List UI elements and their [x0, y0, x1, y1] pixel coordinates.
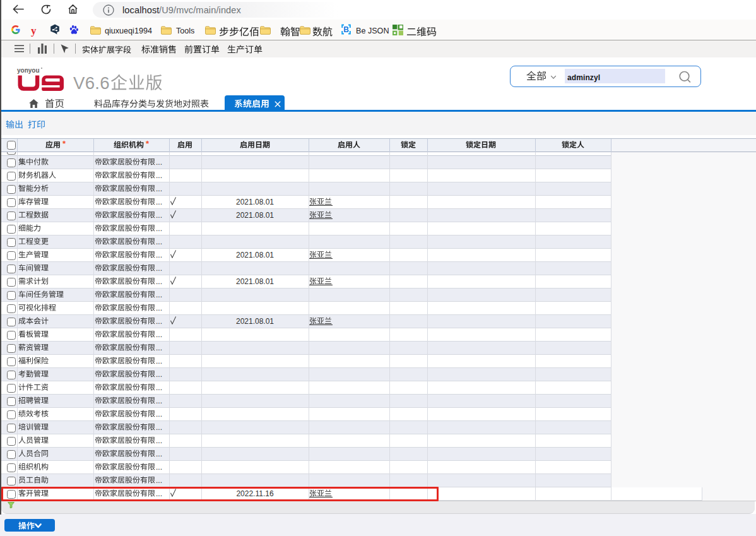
svg-text:...: ... — [156, 317, 162, 326]
svg-text:2021.08.01: 2021.08.01 — [236, 211, 274, 220]
svg-text:Tools: Tools — [176, 27, 194, 35]
svg-text:yonyou: yonyou — [17, 67, 40, 74]
svg-text:2021.08.01: 2021.08.01 — [236, 251, 274, 259]
svg-text:...: ... — [156, 396, 162, 405]
svg-text:Be JSON: Be JSON — [356, 27, 389, 35]
svg-text:...: ... — [156, 237, 162, 246]
svg-text:B: B — [343, 25, 349, 34]
svg-text:2021.08.01: 2021.08.01 — [236, 277, 274, 286]
svg-text:V6.6: V6.6 — [73, 73, 110, 93]
svg-text:...: ... — [156, 423, 162, 432]
svg-text:2021.08.01: 2021.08.01 — [236, 198, 274, 206]
svg-text:...: ... — [156, 463, 162, 472]
svg-text:...: ... — [156, 251, 162, 259]
svg-text:...: ... — [156, 476, 162, 485]
svg-text:...: ... — [156, 330, 162, 339]
svg-text:...: ... — [156, 383, 162, 392]
svg-text:...: ... — [156, 357, 162, 366]
svg-text:...: ... — [156, 290, 162, 299]
svg-text:qiuxueqi1994: qiuxueqi1994 — [105, 27, 152, 35]
svg-text:y: y — [31, 25, 37, 37]
svg-text:...: ... — [156, 158, 162, 167]
svg-text:...: ... — [156, 184, 162, 193]
svg-text:...: ... — [156, 264, 162, 273]
svg-text:...: ... — [156, 343, 162, 352]
svg-text:...: ... — [156, 370, 162, 379]
svg-text:2021.08.01: 2021.08.01 — [236, 317, 274, 326]
svg-text:adminzyl: adminzyl — [567, 73, 600, 82]
svg-text:...: ... — [156, 304, 162, 313]
svg-text:...: ... — [156, 198, 162, 206]
svg-text:...: ... — [156, 224, 162, 233]
svg-text:...: ... — [156, 450, 162, 458]
svg-text:localhost: localhost — [122, 4, 160, 15]
svg-text:/U9/mvc/main/index: /U9/mvc/main/index — [159, 4, 242, 15]
svg-text:...: ... — [156, 436, 162, 445]
svg-text:...: ... — [156, 410, 162, 419]
svg-text:...: ... — [156, 171, 162, 180]
svg-text:...: ... — [156, 211, 162, 220]
svg-text:...: ... — [156, 277, 162, 286]
